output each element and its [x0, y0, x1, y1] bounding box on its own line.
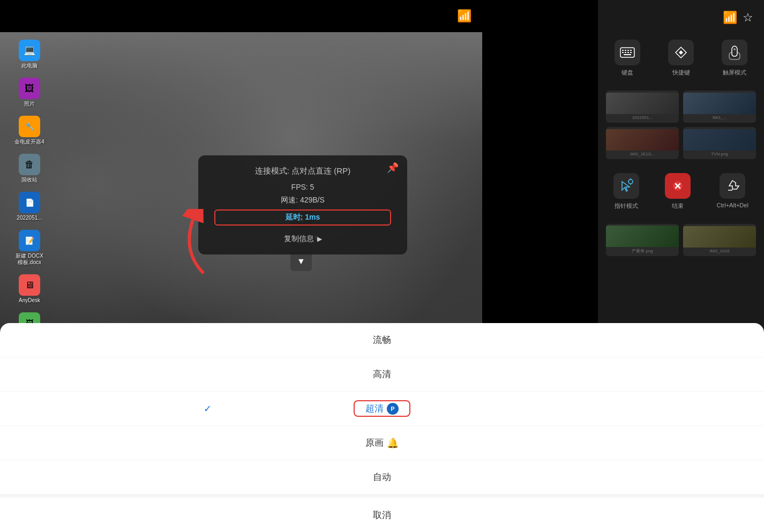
top-bar: 📶: [0, 0, 482, 32]
desktop-icon-doc2[interactable]: 📝 新建 DOCX 模板.docx: [3, 228, 56, 268]
signal-strength-icon: 📶: [723, 11, 737, 25]
quality-menu: 流畅 高清 ✓ 超清 P 原画 🔔 自动: [0, 323, 764, 532]
desktop-icon-pc-label: 此电脑: [21, 63, 38, 69]
file-thumbnails-grid: 2022051... IMG_... IMG_1E1S... TVN.png: [598, 86, 764, 163]
svg-point-12: [628, 179, 633, 184]
end-button[interactable]: 结束: [661, 169, 695, 214]
svg-point-11: [733, 48, 736, 50]
tools-row-2: 指针模式 结束 Ctrl+Alt+Del: [598, 163, 764, 220]
shortcut-label: 快捷键: [672, 69, 690, 77]
pin-icon[interactable]: 📌: [387, 162, 399, 174]
panel-top: 📶 ☆: [598, 5, 764, 30]
tools-row-1: 键盘 快捷键 触屏模式: [598, 30, 764, 86]
copy-arrow-icon: ▶: [317, 235, 322, 243]
quality-option-smooth[interactable]: 流畅: [0, 323, 764, 357]
desktop-icon-anydesk-label: AnyDesk: [19, 297, 40, 304]
svg-rect-6: [622, 52, 624, 53]
touch-mode-icon: [722, 40, 747, 65]
file-thumb-4[interactable]: TVN.png: [683, 127, 756, 159]
quality-check-icon: ✓: [204, 403, 212, 415]
svg-rect-2: [622, 50, 624, 51]
quality-option-original[interactable]: 原画 🔔: [0, 426, 764, 460]
quality-options-list: 流畅 高清 ✓ 超清 P 原画 🔔 自动: [0, 323, 764, 494]
shortcut-button[interactable]: 快捷键: [664, 35, 698, 81]
desktop-icon-pc[interactable]: 💻 此电脑: [3, 38, 56, 71]
quality-auto-label: 自动: [373, 471, 391, 483]
svg-rect-8: [627, 52, 629, 53]
svg-rect-3: [625, 50, 626, 51]
desktop-icon-backup-label: 国收站: [21, 177, 38, 183]
pointer-mode-label: 指针模式: [615, 202, 638, 210]
pointer-mode-button[interactable]: 指针模式: [609, 169, 643, 214]
latency-row: 延时: 1ms: [214, 209, 391, 226]
pointer-mode-icon: [613, 173, 639, 199]
quality-option-auto[interactable]: 自动: [0, 460, 764, 494]
end-icon: [665, 173, 691, 199]
touch-mode-button[interactable]: 触屏模式: [717, 35, 752, 81]
desktop-icon-doc1-label: 2022051...: [17, 215, 42, 221]
desktop-icon-photos[interactable]: 🖼 照片: [3, 76, 56, 109]
svg-rect-10: [624, 54, 631, 55]
ctrl-alt-del-button[interactable]: Ctrl+Alt+Del: [713, 169, 753, 214]
speed-row: 网速: 429B/S: [214, 196, 391, 205]
quality-option-hd[interactable]: 高清: [0, 357, 764, 392]
desktop-icon-photos-label: 照片: [24, 101, 35, 107]
file-thumb-2[interactable]: IMG_...: [683, 91, 756, 123]
svg-rect-7: [625, 52, 626, 53]
keyboard-icon: [615, 40, 640, 65]
desktop-icon-doc1[interactable]: 📄 2022051...: [3, 190, 56, 223]
file-thumb-3[interactable]: IMG_1E1S...: [606, 127, 679, 159]
panel-pin-button[interactable]: ☆: [743, 11, 753, 25]
warn-badge-icon: 🔔: [387, 437, 399, 449]
popup-title: 连接模式: 点对点直连 (RP): [214, 166, 391, 176]
svg-rect-4: [627, 50, 629, 51]
end-label: 结束: [672, 202, 684, 210]
scroll-down-button[interactable]: ▼: [290, 252, 312, 271]
quality-original-label: 原画: [365, 437, 384, 449]
svg-rect-5: [630, 50, 632, 51]
file-thumb-1[interactable]: 2022051...: [606, 91, 679, 123]
desktop-icon-gold-label: 金电皮开器4: [14, 139, 44, 145]
cancel-button[interactable]: 取消: [0, 494, 764, 532]
desktop-icon-gold[interactable]: 🔧 金电皮开器4: [3, 114, 56, 147]
svg-rect-9: [630, 52, 632, 53]
desktop-icon-anydesk[interactable]: 🖥 AnyDesk: [3, 272, 56, 306]
quality-smooth-label: 流畅: [373, 334, 391, 346]
quality-ultra-label: 超清: [365, 402, 384, 415]
file-thumb-5[interactable]: 产量单.png: [606, 224, 679, 256]
info-popup: 📌 连接模式: 点对点直连 (RP) FPS: 5 网速: 429B/S 延时:…: [198, 155, 407, 254]
cancel-label: 取消: [373, 509, 391, 521]
file-thumbnails-grid-2: 产量单.png IMG_1010: [598, 220, 764, 260]
shortcut-icon: [668, 40, 694, 65]
copy-info-button[interactable]: 复制信息 ▶: [214, 234, 391, 244]
file-thumb-6[interactable]: IMG_1010: [683, 224, 756, 256]
quality-option-ultra[interactable]: ✓ 超清 P: [0, 392, 764, 426]
quality-hd-label: 高清: [373, 368, 391, 380]
premium-badge: P: [387, 403, 399, 415]
ctrl-alt-del-label: Ctrl+Alt+Del: [717, 202, 748, 208]
keyboard-button[interactable]: 键盘: [610, 35, 645, 81]
fps-row: FPS: 5: [214, 183, 391, 191]
desktop-icon-backup[interactable]: 🗑 国收站: [3, 152, 56, 185]
desktop-icon-doc2-label: 新建 DOCX 模板.docx: [13, 253, 46, 266]
touch-mode-label: 触屏模式: [723, 69, 746, 77]
keyboard-label: 键盘: [621, 69, 633, 77]
ctrl-alt-del-icon: [720, 173, 745, 199]
signal-icon: 📶: [457, 9, 471, 23]
